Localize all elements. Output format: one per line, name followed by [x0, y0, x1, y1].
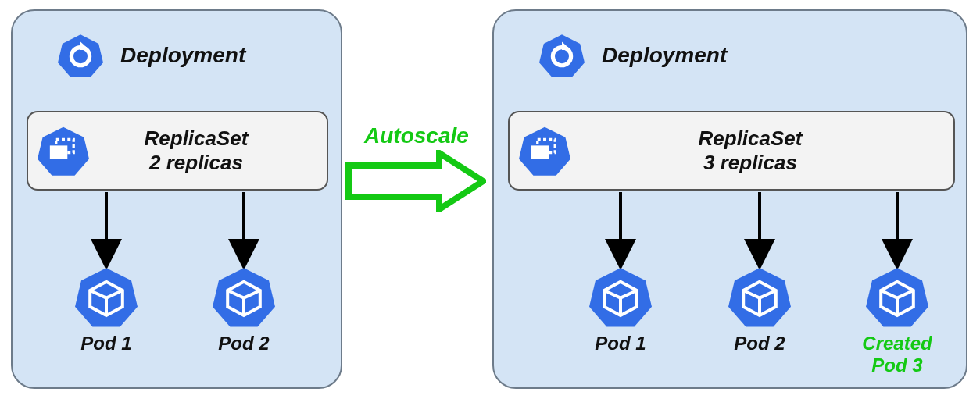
pod-label-created: Created Pod 3 [862, 333, 932, 376]
pod-label: Pod 1 [595, 333, 646, 354]
autoscale-arrow-icon [345, 150, 486, 212]
deployment-box-right: Deployment ReplicaSet 3 replicas [492, 9, 967, 389]
pod-right-1: Pod 1 [574, 265, 667, 354]
replicaset-subtitle: 3 replicas [703, 151, 797, 174]
replicaset-subtitle: 2 replicas [149, 151, 243, 174]
pod-label: Pod 1 [80, 333, 131, 354]
deployment-icon [539, 33, 585, 78]
pod-label: Pod 2 [734, 333, 785, 354]
pod-right-3-created: Created Pod 3 [850, 265, 944, 376]
autoscale-label: Autoscale [364, 123, 469, 148]
pod-icon [589, 265, 652, 328]
replicaset-box-left: ReplicaSet 2 replicas [27, 111, 328, 191]
replicaset-title: ReplicaSet [699, 126, 803, 150]
replicaset-title: ReplicaSet [145, 126, 249, 150]
replicaset-text-right: ReplicaSet 3 replicas [586, 126, 953, 175]
svg-marker-0 [58, 34, 103, 77]
deployment-header-right: Deployment [539, 33, 727, 78]
deployment-box-left: Deployment ReplicaSet 2 replicas [11, 9, 342, 389]
pod-icon [75, 265, 138, 328]
replicaset-text-left: ReplicaSet 2 replicas [105, 126, 327, 175]
pod-created-name: Pod 3 [871, 354, 922, 376]
replicaset-icon [519, 125, 570, 176]
deployment-title: Deployment [120, 43, 245, 68]
deployment-header-left: Deployment [58, 33, 245, 78]
pod-icon [866, 265, 928, 328]
replicaset-icon [38, 125, 89, 176]
deployment-title: Deployment [602, 43, 727, 68]
replicaset-box-right: ReplicaSet 3 replicas [508, 111, 955, 191]
pod-icon [728, 265, 791, 328]
pod-left-1: Pod 1 [59, 265, 153, 354]
diagram-canvas: Deployment ReplicaSet 2 replicas [0, 0, 980, 399]
pod-right-2: Pod 2 [713, 265, 807, 354]
pod-left-2: Pod 2 [197, 265, 291, 354]
pod-created-prefix: Created [862, 333, 932, 354]
deployment-icon [58, 33, 103, 78]
pod-icon [213, 265, 275, 328]
pod-label: Pod 2 [218, 333, 269, 354]
svg-marker-18 [539, 34, 585, 77]
